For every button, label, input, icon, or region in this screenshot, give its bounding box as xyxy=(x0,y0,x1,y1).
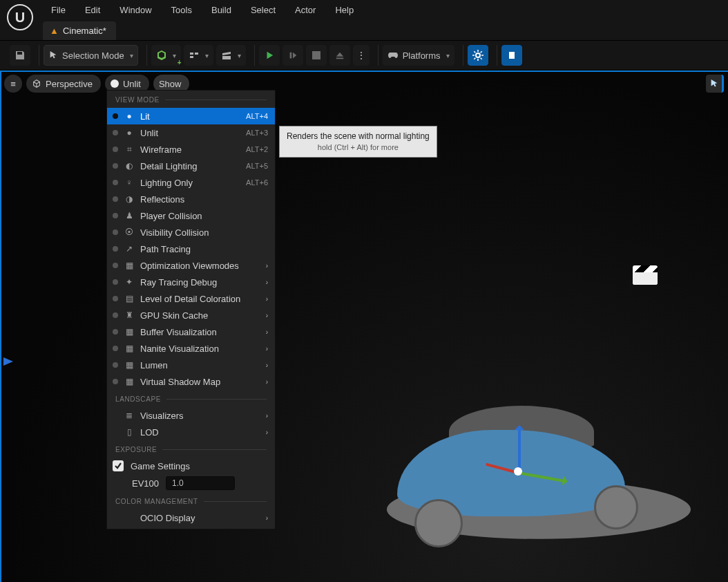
viewport-right-toggle[interactable] xyxy=(706,75,724,93)
dd-item-visualizers[interactable]: ≣Visualizers› xyxy=(107,407,275,424)
lod-icon: ▯ xyxy=(124,426,135,438)
ev100-input[interactable] xyxy=(166,476,235,490)
dd-game-settings[interactable]: Game Settings xyxy=(107,458,275,474)
chevron-right-icon: › xyxy=(266,514,268,522)
dd-item-player-collision[interactable]: ♟Player Collision xyxy=(107,207,275,224)
gear-icon xyxy=(472,50,483,61)
sphere-icon xyxy=(111,79,119,88)
menu-select[interactable]: Select xyxy=(241,1,285,19)
tooltip-text: Renders the scene with normal lighting xyxy=(287,131,430,142)
grid-icon: ▦ xyxy=(124,343,135,354)
viewport[interactable]: ≡ Perspective Unlit Show VIEW MODE ●LitA… xyxy=(0,71,728,582)
chevron-down-icon: ▾ xyxy=(173,52,176,59)
eject-button[interactable] xyxy=(329,45,350,66)
menu-help[interactable]: Help xyxy=(325,1,363,19)
view-mode-dropdown: VIEW MODE ●LitALT+4 ●UnlitALT+3 ⌗Wirefra… xyxy=(106,90,276,529)
menu-actor[interactable]: Actor xyxy=(285,1,325,19)
dd-item-visibility-collision[interactable]: ⦿Visibility Collision xyxy=(107,224,275,241)
grid-icon: ▦ xyxy=(124,260,135,271)
chevron-right-icon: › xyxy=(266,429,268,436)
platforms-label: Platforms xyxy=(403,50,441,61)
tab-cinematic[interactable]: ▲ Cinematic* xyxy=(43,21,116,40)
dd-item-lod-color[interactable]: ▤Level of Detail Coloration› xyxy=(107,290,275,307)
play-options-button[interactable]: ⋮ xyxy=(353,45,370,66)
lit-mode-label: Unlit xyxy=(123,79,141,89)
add-content-button[interactable]: ▾ xyxy=(151,45,181,66)
dd-item-detail-lighting[interactable]: ◐Detail LightingALT+5 xyxy=(107,158,275,174)
svg-rect-5 xyxy=(509,52,515,59)
sphere-lit-icon: ● xyxy=(124,111,135,122)
chevron-right-icon: › xyxy=(266,378,268,386)
save-button[interactable] xyxy=(10,45,30,66)
gizmo-origin[interactable] xyxy=(514,467,522,476)
pause-step-button[interactable] xyxy=(282,45,303,66)
dd-item-unlit[interactable]: ●UnlitALT+3 xyxy=(107,124,275,141)
sphere-icon: ◑ xyxy=(124,194,135,205)
dd-item-optimization[interactable]: ▦Optimization Viewmodes› xyxy=(107,257,275,274)
perspective-pill[interactable]: Perspective xyxy=(26,75,101,93)
cursor-icon xyxy=(48,50,58,60)
dd-header-landscape: LANDSCAPE xyxy=(107,390,275,407)
ray-icon: ✦ xyxy=(124,276,135,288)
dd-item-lit[interactable]: ●LitALT+4 xyxy=(107,108,275,124)
selection-mode-label: Selection Mode xyxy=(62,50,124,61)
sphere-icon: ◐ xyxy=(124,160,135,171)
blueprint-icon xyxy=(189,50,200,61)
dd-item-rt-debug[interactable]: ✦Ray Tracing Debug› xyxy=(107,274,275,290)
play-button[interactable] xyxy=(259,45,280,66)
tooltip: Renders the scene with normal lighting h… xyxy=(279,126,437,158)
stop-icon xyxy=(312,51,320,59)
hamburger-icon: ≡ xyxy=(10,79,16,89)
clapper-icon xyxy=(221,50,232,61)
unreal-logo[interactable]: U xyxy=(7,4,33,30)
viewport-menu-button[interactable]: ≡ xyxy=(4,75,22,93)
menu-build[interactable]: Build xyxy=(202,1,241,19)
dd-item-wireframe[interactable]: ⌗WireframeALT+2 xyxy=(107,141,275,158)
dd-item-lod[interactable]: ▯LOD› xyxy=(107,424,275,440)
ev100-label: EV100 xyxy=(132,478,159,489)
dd-header-exposure: EXPOSURE xyxy=(107,440,275,458)
blueprint-button[interactable]: ▾ xyxy=(184,45,213,66)
step-icon xyxy=(288,50,298,60)
dd-ev100-row: EV100 xyxy=(107,474,275,492)
dd-item-reflections[interactable]: ◑Reflections xyxy=(107,191,275,207)
car-wheel-front xyxy=(594,485,638,529)
menu-edit[interactable]: Edit xyxy=(75,1,110,19)
dd-item-vsm[interactable]: ▦Virtual Shadow Map› xyxy=(107,373,275,390)
dd-item-gpu-skin[interactable]: ♜GPU Skin Cache› xyxy=(107,307,275,323)
menu-file[interactable]: File xyxy=(41,1,75,19)
clapper-actor-icon xyxy=(633,265,658,285)
chevron-down-icon: ▾ xyxy=(130,52,133,59)
gizmo-z-axis[interactable] xyxy=(518,427,521,471)
dd-header-viewmode: VIEW MODE xyxy=(107,91,275,108)
grid-icon: ▦ xyxy=(124,359,135,370)
dd-item-lumen[interactable]: ▦Lumen› xyxy=(107,357,275,373)
wireframe-icon: ⌗ xyxy=(124,144,135,155)
platforms-button[interactable]: Platforms ▾ xyxy=(383,45,454,66)
selection-mode-button[interactable]: Selection Mode ▾ xyxy=(44,45,138,66)
dd-header-colormgmt: COLOR MANAGEMENT xyxy=(107,492,275,509)
bookmark-icon xyxy=(507,50,517,60)
menu-tools[interactable]: Tools xyxy=(162,1,202,19)
stop-button[interactable] xyxy=(306,45,327,66)
chevron-down-icon: ▾ xyxy=(446,52,450,59)
svg-point-4 xyxy=(476,53,480,57)
chevron-right-icon: › xyxy=(266,345,268,353)
grid-icon: ▦ xyxy=(124,376,135,387)
save-icon xyxy=(15,50,26,61)
sequencer-button[interactable]: ▾ xyxy=(216,45,246,66)
dd-item-ocio[interactable]: OCIO Display› xyxy=(107,509,275,526)
menu-window[interactable]: Window xyxy=(110,1,161,19)
chevron-right-icon: › xyxy=(266,295,268,303)
chevron-down-icon: ▾ xyxy=(238,52,241,59)
dd-item-lighting-only[interactable]: ♀Lighting OnlyALT+6 xyxy=(107,174,275,191)
settings-button[interactable] xyxy=(468,45,488,66)
dd-item-path-tracing[interactable]: ↗Path Tracing xyxy=(107,241,275,257)
palette-icon: ▤ xyxy=(124,293,135,304)
svg-rect-3 xyxy=(312,51,320,59)
dd-item-nanite-viz[interactable]: ▦Nanite Visualization› xyxy=(107,340,275,357)
tooltip-subtext: hold (Ctrl + Alt) for more xyxy=(287,142,430,153)
dd-item-buffer-viz[interactable]: ▦Buffer Visualization› xyxy=(107,323,275,340)
layers-icon: ≣ xyxy=(124,410,135,421)
bookmark-button[interactable] xyxy=(501,45,522,66)
